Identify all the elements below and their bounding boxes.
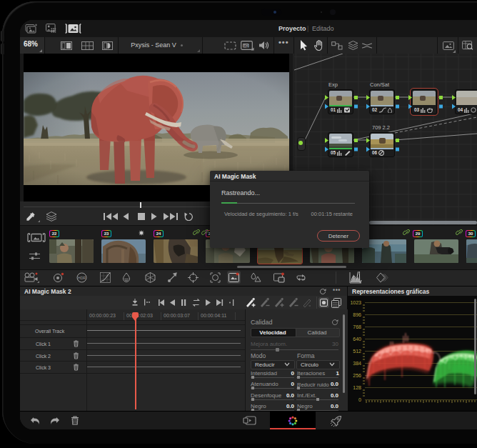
svg-text:0: 0 (358, 397, 361, 402)
svg-text:HDR: HDR (78, 276, 86, 280)
svg-text:896: 896 (353, 312, 361, 317)
svg-text:128: 128 (353, 385, 361, 390)
svg-text:384: 384 (353, 361, 361, 366)
svg-text:1023: 1023 (350, 300, 361, 305)
svg-text:256: 256 (353, 373, 361, 378)
svg-text:HQ: HQ (243, 44, 248, 48)
svg-text:768: 768 (353, 324, 361, 329)
svg-text:640: 640 (353, 337, 361, 342)
svg-text:512: 512 (353, 349, 361, 354)
